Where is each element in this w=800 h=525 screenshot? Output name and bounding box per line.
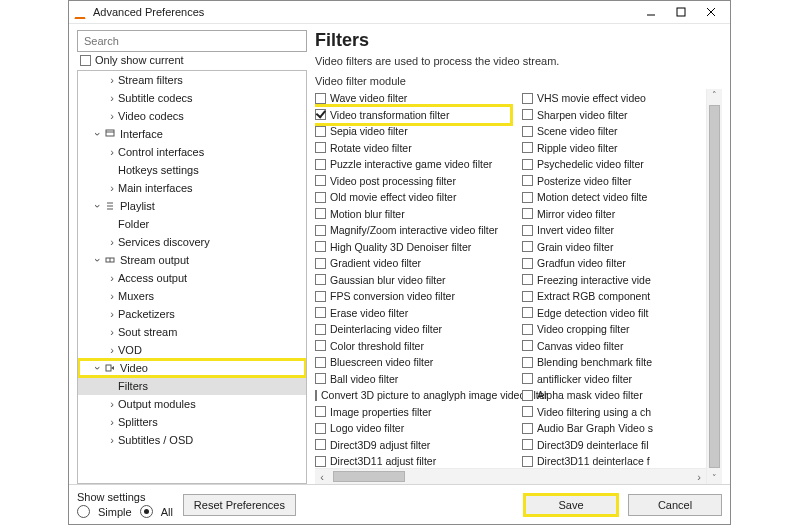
chevron-right-icon[interactable]	[106, 308, 118, 320]
checkbox[interactable]	[315, 159, 326, 170]
chevron-right-icon[interactable]	[106, 416, 118, 428]
filter-checkbox-row[interactable]: Psychedelic video filter	[522, 156, 677, 173]
filter-checkbox-row[interactable]: Gradient video filter	[315, 255, 510, 272]
filter-checkbox-row[interactable]: Rotate video filter	[315, 140, 510, 157]
checkbox[interactable]	[315, 456, 326, 467]
chevron-right-icon[interactable]	[106, 92, 118, 104]
filter-checkbox-row[interactable]: FPS conversion video filter	[315, 288, 510, 305]
checkbox[interactable]	[315, 357, 326, 368]
radio-all[interactable]	[140, 505, 153, 518]
checkbox[interactable]	[315, 340, 326, 351]
filter-checkbox-row[interactable]: Bluescreen video filter	[315, 354, 510, 371]
chevron-right-icon[interactable]	[106, 290, 118, 302]
tree-item[interactable]: Subtitles / OSD	[78, 431, 306, 449]
chevron-right-icon[interactable]	[106, 182, 118, 194]
cancel-button[interactable]: Cancel	[628, 494, 722, 516]
checkbox[interactable]	[315, 274, 326, 285]
hscroll-thumb[interactable]	[333, 471, 405, 482]
filter-checkbox-row[interactable]: Color threshold filter	[315, 338, 510, 355]
filter-checkbox-row[interactable]: Ripple video filter	[522, 140, 677, 157]
scroll-down-icon[interactable]: ˅	[707, 472, 722, 484]
checkbox[interactable]	[522, 307, 533, 318]
checkbox[interactable]	[315, 439, 326, 450]
checkbox[interactable]	[522, 225, 533, 236]
filter-checkbox-row[interactable]: Freezing interactive vide	[522, 272, 677, 289]
checkbox[interactable]	[522, 406, 533, 417]
tree-item[interactable]: Muxers	[78, 287, 306, 305]
filter-checkbox-row[interactable]: Posterize video filter	[522, 173, 677, 190]
minimize-button[interactable]	[636, 1, 666, 23]
chevron-right-icon[interactable]	[106, 434, 118, 446]
filter-checkbox-row[interactable]: Canvas video filter	[522, 338, 677, 355]
checkbox[interactable]	[522, 241, 533, 252]
filter-checkbox-row[interactable]: Direct3D9 adjust filter	[315, 437, 510, 454]
only-current-row[interactable]: Only show current	[77, 52, 307, 70]
checkbox[interactable]	[315, 291, 326, 302]
checkbox[interactable]	[522, 175, 533, 186]
filter-checkbox-row[interactable]: Edge detection video filt	[522, 305, 677, 322]
filter-checkbox-row[interactable]: Ball video filter	[315, 371, 510, 388]
filter-checkbox-row[interactable]: Mirror video filter	[522, 206, 677, 223]
checkbox[interactable]	[522, 423, 533, 434]
checkbox[interactable]	[522, 126, 533, 137]
checkbox[interactable]	[315, 406, 326, 417]
checkbox[interactable]	[315, 208, 326, 219]
filter-checkbox-row[interactable]: Magnify/Zoom interactive video filter	[315, 222, 510, 239]
filter-checkbox-row[interactable]: Sharpen video filter	[522, 107, 677, 124]
tree-item[interactable]: Folder	[78, 215, 306, 233]
scroll-up-icon[interactable]: ˄	[707, 89, 722, 101]
checkbox[interactable]	[315, 324, 326, 335]
chevron-right-icon[interactable]	[106, 110, 118, 122]
checkbox[interactable]	[522, 291, 533, 302]
tree-item[interactable]: Hotkeys settings	[78, 161, 306, 179]
horizontal-scrollbar[interactable]: ‹ ›	[315, 468, 706, 484]
tree-item[interactable]: Services discovery	[78, 233, 306, 251]
checkbox[interactable]	[522, 159, 533, 170]
checkbox[interactable]	[315, 390, 317, 401]
tree-category[interactable]: Video	[78, 359, 306, 377]
filter-checkbox-row[interactable]: Deinterlacing video filter	[315, 321, 510, 338]
chevron-right-icon[interactable]	[106, 398, 118, 410]
tree-item[interactable]: Splitters	[78, 413, 306, 431]
category-tree-scroll[interactable]: Stream filtersSubtitle codecsVideo codec…	[78, 71, 306, 483]
checkbox[interactable]	[522, 93, 533, 104]
filter-checkbox-row[interactable]: Gradfun video filter	[522, 255, 677, 272]
filter-checkbox-row[interactable]: Audio Bar Graph Video s	[522, 420, 677, 437]
checkbox[interactable]	[522, 357, 533, 368]
reset-button[interactable]: Reset Preferences	[183, 494, 296, 516]
checkbox[interactable]	[522, 274, 533, 285]
search-field[interactable]	[82, 34, 302, 48]
tree-category[interactable]: Playlist	[78, 197, 306, 215]
vertical-scrollbar[interactable]: ˄ ˅	[706, 89, 722, 484]
filter-checkbox-row[interactable]: Blending benchmark filte	[522, 354, 677, 371]
filter-checkbox-row[interactable]: Convert 3D picture to anaglyph image vid…	[315, 387, 510, 404]
filter-checkbox-row[interactable]: Sepia video filter	[315, 123, 510, 140]
filter-checkbox-row[interactable]: Video post processing filter	[315, 173, 510, 190]
chevron-right-icon[interactable]	[106, 272, 118, 284]
chevron-down-icon[interactable]	[92, 128, 104, 140]
checkbox[interactable]	[315, 142, 326, 153]
checkbox[interactable]	[522, 340, 533, 351]
tree-item[interactable]: Main interfaces	[78, 179, 306, 197]
filter-checkbox-row[interactable]: Video filtering using a ch	[522, 404, 677, 421]
radio-simple[interactable]	[77, 505, 90, 518]
tree-item[interactable]: Stream filters	[78, 71, 306, 89]
checkbox[interactable]	[522, 324, 533, 335]
checkbox[interactable]	[522, 258, 533, 269]
tree-item[interactable]: VOD	[78, 341, 306, 359]
checkbox[interactable]	[522, 390, 533, 401]
checkbox[interactable]	[315, 93, 326, 104]
tree-item[interactable]: Output modules	[78, 395, 306, 413]
tree-item[interactable]: Sout stream	[78, 323, 306, 341]
filter-checkbox-row[interactable]: Alpha mask video filter	[522, 387, 677, 404]
only-current-checkbox[interactable]	[80, 55, 91, 66]
filter-checkbox-row[interactable]: Grain video filter	[522, 239, 677, 256]
checkbox[interactable]	[522, 142, 533, 153]
checkbox[interactable]	[315, 258, 326, 269]
filter-checkbox-row[interactable]: Gaussian blur video filter	[315, 272, 510, 289]
tree-category[interactable]: Stream output	[78, 251, 306, 269]
filter-checkbox-row[interactable]: Image properties filter	[315, 404, 510, 421]
filter-checkbox-row[interactable]: Puzzle interactive game video filter	[315, 156, 510, 173]
filter-checkbox-row[interactable]: Extract RGB component	[522, 288, 677, 305]
close-button[interactable]	[696, 1, 726, 23]
